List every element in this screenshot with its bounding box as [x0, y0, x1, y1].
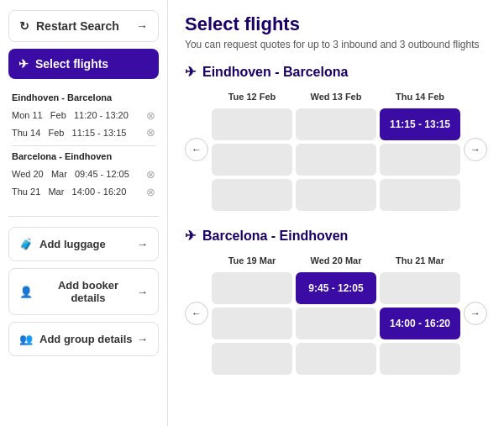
restart-icon: ↻ — [19, 19, 29, 33]
inbound-cell-0-1[interactable]: 9:45 - 12:05 — [296, 272, 376, 304]
outbound-col-3: Thu 14 Feb — [380, 88, 460, 105]
inbound-flight-1: Wed 20 Mar 09:45 - 12:05 ⊗ — [12, 166, 155, 184]
inbound-next-button[interactable]: → — [464, 302, 487, 325]
page-subtitle: You can request quotes for up to 3 inbou… — [185, 39, 487, 50]
group-arrow-icon: → — [137, 333, 148, 345]
outbound-section-header: ✈ Eindhoven - Barcelona — [185, 64, 487, 80]
outbound-route-title: Eindhoven - Barcelona — [202, 65, 348, 80]
outbound-flight-grid: Tue 12 Feb Wed 13 Feb Thu 14 Feb 11:15 -… — [212, 88, 460, 211]
add-group-button[interactable]: 👥 Add group details → — [8, 322, 159, 356]
inbound-section-header: ✈ Barcelona - Eindhoven — [185, 228, 487, 244]
outbound-col-2: Wed 13 Feb — [296, 88, 376, 105]
inbound-section: ✈ Barcelona - Eindhoven ← Tue 19 Mar Wed… — [185, 228, 487, 375]
outbound-flight-1: Mon 11 Feb 11:20 - 13:20 ⊗ — [12, 108, 155, 125]
inbound-col-3: Thu 21 Mar — [380, 252, 460, 269]
divider-2 — [8, 216, 159, 217]
outbound-section: ✈ Eindhoven - Barcelona ← Tue 12 Feb Wed… — [185, 64, 487, 211]
outbound-grid-wrapper: ← Tue 12 Feb Wed 13 Feb Thu 14 Feb 11:15… — [185, 88, 487, 211]
page-title: Select flights — [185, 13, 487, 35]
remove-inbound-2-icon[interactable]: ⊗ — [146, 184, 155, 202]
inbound-cell-1-2[interactable]: 14:00 - 16:20 — [380, 308, 460, 339]
luggage-arrow-icon: → — [137, 238, 148, 250]
luggage-icon: 🧳 — [19, 238, 33, 250]
outbound-cell-2-2[interactable] — [380, 179, 460, 211]
left-arrow-icon: ← — [192, 144, 202, 155]
add-luggage-label: Add luggage — [39, 238, 106, 250]
inbound-cell-2-1[interactable] — [296, 343, 376, 375]
right-arrow-icon: → — [470, 144, 480, 155]
inbound-right-arrow-icon: → — [470, 308, 480, 319]
outbound-cell-0-0[interactable] — [212, 108, 292, 140]
inbound-cell-0-0[interactable] — [212, 272, 292, 304]
inbound-plane-icon: ✈ — [185, 228, 196, 244]
add-group-label: Add group details — [39, 333, 133, 345]
inbound-col-2: Wed 20 Mar — [296, 252, 376, 269]
restart-search-button[interactable]: ↻ Restart Search → — [8, 10, 159, 42]
inbound-cell-1-0[interactable] — [212, 308, 292, 339]
inbound-cell-0-2[interactable] — [380, 272, 460, 304]
outbound-flight-2: Thu 14 Feb 11:15 - 13:15 ⊗ — [12, 124, 155, 142]
inbound-flight-2: Thu 21 Mar 14:00 - 16:20 ⊗ — [12, 184, 155, 202]
add-booker-button[interactable]: 👤 Add booker details → — [8, 268, 159, 315]
select-flights-label: Select flights — [35, 57, 108, 71]
outbound-cell-0-1[interactable] — [296, 108, 376, 140]
inbound-prev-button[interactable]: ← — [185, 302, 208, 325]
main-content: Select flights You can request quotes fo… — [168, 0, 504, 426]
sidebar: ↻ Restart Search → ✈ Select flights Eind… — [0, 0, 168, 426]
outbound-col-1: Tue 12 Feb — [212, 88, 292, 105]
outbound-next-button[interactable]: → — [464, 138, 487, 161]
inbound-left-arrow-icon: ← — [192, 308, 202, 319]
flight-list: Eindhoven - Barcelona Mon 11 Feb 11:20 -… — [8, 86, 159, 206]
inbound-cell-1-1[interactable] — [296, 308, 376, 339]
outbound-route-label: Eindhoven - Barcelona — [12, 91, 155, 106]
remove-outbound-1-icon[interactable]: ⊗ — [146, 108, 155, 125]
outbound-cell-1-0[interactable] — [212, 144, 292, 176]
restart-label: Restart Search — [36, 19, 119, 33]
outbound-plane-icon: ✈ — [185, 64, 196, 80]
restart-arrow-icon: → — [136, 19, 148, 33]
inbound-route-label: Barcelona - Eindhoven — [12, 150, 155, 165]
inbound-route-title: Barcelona - Eindhoven — [202, 229, 348, 244]
remove-outbound-2-icon[interactable]: ⊗ — [146, 124, 155, 142]
inbound-cell-2-2[interactable] — [380, 343, 460, 375]
outbound-cell-2-0[interactable] — [212, 179, 292, 211]
select-flights-button[interactable]: ✈ Select flights — [8, 49, 159, 79]
booker-icon: 👤 — [19, 286, 33, 298]
inbound-col-1: Tue 19 Mar — [212, 252, 292, 269]
outbound-cell-2-1[interactable] — [296, 179, 376, 211]
outbound-cell-1-2[interactable] — [380, 144, 460, 176]
add-luggage-button[interactable]: 🧳 Add luggage → — [8, 227, 159, 261]
outbound-cell-0-2[interactable]: 11:15 - 13:15 — [380, 108, 460, 140]
inbound-flight-grid: Tue 19 Mar Wed 20 Mar Thu 21 Mar 9:45 - … — [212, 252, 460, 375]
inbound-cell-2-0[interactable] — [212, 343, 292, 375]
outbound-cell-1-1[interactable] — [296, 144, 376, 176]
add-booker-label: Add booker details — [39, 279, 137, 304]
group-icon: 👥 — [19, 333, 33, 345]
remove-inbound-1-icon[interactable]: ⊗ — [146, 166, 155, 184]
booker-arrow-icon: → — [137, 286, 148, 298]
outbound-prev-button[interactable]: ← — [185, 138, 208, 161]
inbound-grid-wrapper: ← Tue 19 Mar Wed 20 Mar Thu 21 Mar 9:45 … — [185, 252, 487, 375]
plane-sidebar-icon: ✈ — [18, 57, 29, 71]
divider-1 — [12, 145, 155, 146]
